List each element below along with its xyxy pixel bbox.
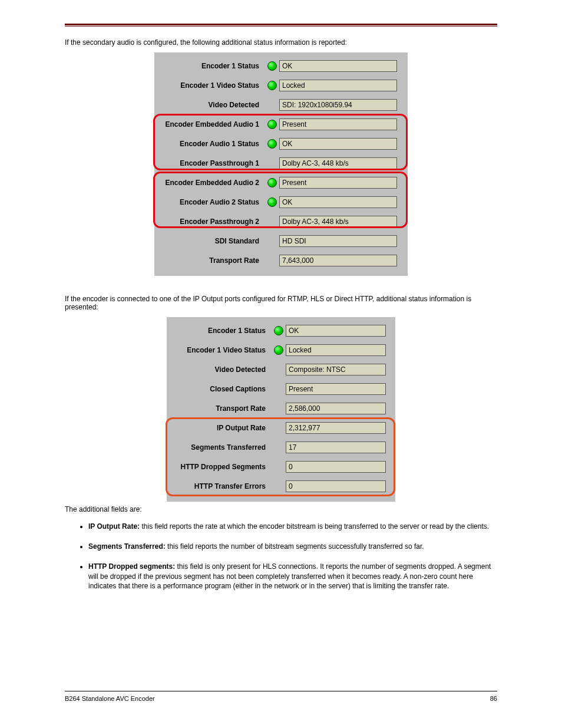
label: Encoder 1 Status	[159, 62, 265, 70]
row-passthrough-1: Encoder Passthrough 1Dolby AC-3, 448 kb/…	[159, 153, 403, 173]
row2-http-errors: HTTP Transfer Errors0	[171, 476, 391, 496]
header-rule	[65, 24, 497, 27]
row-sdi-standard: SDI StandardHD SDI	[159, 231, 403, 251]
value-field: 0	[286, 461, 386, 473]
row-video-detected: Video DetectedSDI: 1920x1080i59.94	[159, 95, 403, 114]
row2-video-detected: Video DetectedComposite: NTSC	[171, 360, 391, 379]
row2-http-dropped: HTTP Dropped Segments0	[171, 457, 391, 476]
label: Encoder Audio 2 Status	[159, 198, 265, 206]
row2-closed-captions: Closed CaptionsPresent	[171, 379, 391, 398]
label: Encoder Passthrough 2	[159, 218, 265, 226]
led-green-icon	[267, 178, 277, 187]
bullet-segments-transferred: Segments Transferred: this field reports…	[88, 542, 497, 551]
value-field: 7,643,000	[279, 255, 397, 266]
footer-right: 86	[490, 695, 497, 702]
led-green-icon	[267, 197, 277, 207]
led-green-icon	[267, 81, 277, 90]
value-field: 0	[286, 480, 386, 492]
label: Transport Rate	[159, 256, 265, 265]
value-field: HD SDI	[279, 235, 397, 247]
row-passthrough-2: Encoder Passthrough 2Dolby AC-3, 448 kb/…	[159, 212, 403, 231]
row2-enc1-status: Encoder 1 StatusOK	[171, 321, 391, 340]
intro-text: If the secondary audio is configured, th…	[65, 38, 497, 47]
value-field: OK	[279, 138, 397, 150]
label: Encoder 1 Video Status	[171, 346, 272, 354]
row-audio1-status: Encoder Audio 1 StatusOK	[159, 134, 403, 153]
bridge-text: If the encoder is connected to one of th…	[65, 295, 497, 311]
footer-left: B264 Standalone AVC Encoder	[65, 695, 155, 702]
value-field: SDI: 1920x1080i59.94	[279, 99, 397, 111]
row-enc1-status: Encoder 1 StatusOK	[159, 56, 403, 75]
row2-transport-rate: Transport Rate2,586,000	[171, 398, 391, 418]
label: Closed Captions	[171, 385, 272, 393]
value-field: Dolby AC-3, 448 kb/s	[279, 157, 397, 169]
value-field: 2,586,000	[286, 403, 386, 414]
value-field: 2,312,977	[286, 422, 386, 434]
label: Video Detected	[171, 365, 272, 374]
value-field: Dolby AC-3, 448 kb/s	[279, 216, 397, 228]
label: Transport Rate	[171, 404, 272, 413]
label: SDI Standard	[159, 237, 265, 245]
additional-fields-caption: The additional fields are:	[65, 505, 497, 513]
label: Encoder Embedded Audio 2	[159, 179, 265, 187]
led-green-icon	[267, 120, 277, 129]
status-panel-1: Encoder 1 StatusOK Encoder 1 Video Statu…	[154, 52, 408, 276]
value-field: Present	[279, 118, 397, 130]
bullet-list: IP Output Rate: this field reports the r…	[65, 522, 497, 591]
value-field: OK	[279, 196, 397, 208]
row-enc1-video-status: Encoder 1 Video StatusLocked	[159, 75, 403, 95]
value-field: Locked	[286, 344, 386, 356]
bullet-http-dropped: HTTP Dropped segments: this field is onl…	[88, 562, 497, 591]
bullet-ip-output-rate: IP Output Rate: this field reports the r…	[88, 522, 497, 531]
led-green-icon	[267, 61, 277, 71]
label: Segments Transferred	[171, 443, 272, 452]
value-field: Locked	[279, 80, 397, 91]
label: IP Output Rate	[171, 424, 272, 432]
footer-rule	[65, 691, 497, 691]
row-embedded-audio-1: Encoder Embedded Audio 1Present	[159, 114, 403, 134]
row2-ip-output-rate: IP Output Rate2,312,977	[171, 418, 391, 437]
row2-enc1-video-status: Encoder 1 Video StatusLocked	[171, 340, 391, 360]
row-audio2-status: Encoder Audio 2 StatusOK	[159, 192, 403, 212]
row-embedded-audio-2: Encoder Embedded Audio 2Present	[159, 173, 403, 192]
label: Video Detected	[159, 101, 265, 109]
value-field: Present	[286, 383, 386, 395]
led-green-icon	[274, 326, 283, 335]
value-field: OK	[286, 325, 386, 337]
value-field: OK	[279, 60, 397, 72]
value-field: Present	[279, 177, 397, 189]
page-footer: B264 Standalone AVC Encoder 86	[65, 695, 497, 702]
label: Encoder Audio 1 Status	[159, 140, 265, 148]
label: Encoder 1 Status	[171, 327, 272, 335]
led-green-icon	[274, 345, 283, 355]
row2-segments-transferred: Segments Transferred17	[171, 437, 391, 457]
label: HTTP Transfer Errors	[171, 482, 272, 490]
label: HTTP Dropped Segments	[171, 463, 272, 471]
value-field: Composite: NTSC	[286, 364, 386, 375]
label: Encoder Embedded Audio 1	[159, 120, 265, 129]
row-transport-rate: Transport Rate7,643,000	[159, 251, 403, 270]
label: Encoder 1 Video Status	[159, 81, 265, 90]
status-panel-2: Encoder 1 StatusOK Encoder 1 Video Statu…	[167, 317, 395, 502]
label: Encoder Passthrough 1	[159, 159, 265, 167]
led-green-icon	[267, 139, 277, 149]
value-field: 17	[286, 442, 386, 453]
